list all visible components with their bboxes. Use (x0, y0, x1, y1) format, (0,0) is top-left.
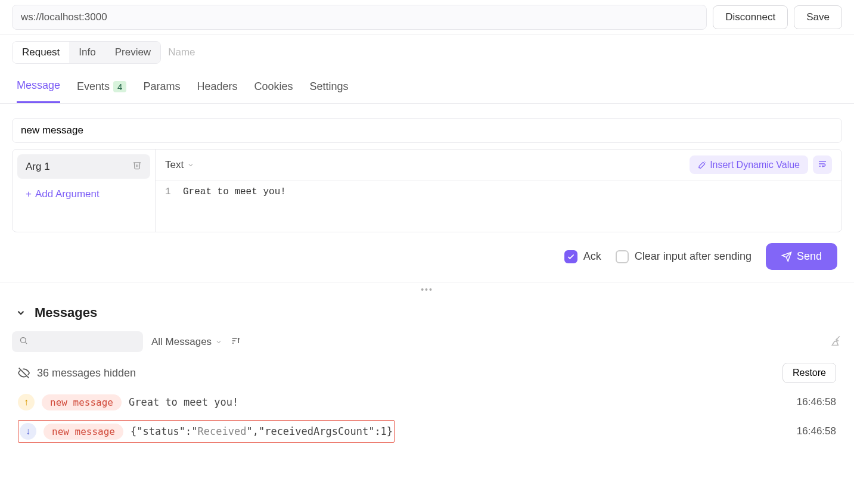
add-argument-button[interactable]: + Add Argument (17, 179, 150, 210)
tab-info[interactable]: Info (69, 42, 105, 63)
highlighted-message: ↓ new message {"status":"Received","rece… (18, 420, 395, 443)
events-count-badge: 4 (113, 81, 126, 92)
editor-right-tools: Insert Dynamic Value (690, 155, 832, 174)
disconnect-button[interactable]: Disconnect (713, 5, 788, 29)
insert-dynamic-label: Insert Dynamic Value (710, 160, 800, 170)
svg-point-4 (21, 338, 26, 343)
clear-input-checkbox[interactable] (616, 250, 629, 263)
code-editor[interactable]: 1 Great to meet you! (156, 180, 841, 232)
chevron-down-icon (187, 161, 194, 169)
outgoing-arrow-icon: ↑ (18, 394, 35, 410)
plus-icon: + (26, 188, 32, 200)
clear-input-label: Clear input after sending (635, 250, 751, 263)
messages-search-input[interactable] (12, 331, 143, 352)
clear-input-checkbox-wrap[interactable]: Clear input after sending (616, 250, 751, 263)
arg-chip[interactable]: Arg 1 (17, 154, 150, 179)
messages-title: Messages (35, 305, 97, 321)
restore-button[interactable]: Restore (782, 363, 836, 383)
body-type-dropdown[interactable]: Text (165, 159, 194, 171)
subtab-settings[interactable]: Settings (310, 79, 349, 103)
chevron-down-icon (215, 338, 222, 346)
subtab-events-label: Events (77, 80, 110, 93)
ack-checkbox-wrap[interactable]: Ack (564, 250, 601, 263)
messages-toolbar: All Messages (0, 329, 854, 357)
send-icon (781, 251, 792, 262)
subtab-params[interactable]: Params (143, 79, 180, 103)
svg-line-5 (25, 342, 27, 344)
ack-checkbox[interactable] (564, 250, 577, 263)
send-button[interactable]: Send (766, 243, 837, 270)
subtab-headers[interactable]: Headers (197, 79, 237, 103)
body-type-label: Text (165, 159, 184, 171)
incoming-arrow-icon: ↓ (20, 423, 36, 440)
sort-button[interactable] (231, 336, 240, 348)
message-timestamp: 16:46:58 (797, 425, 836, 437)
tab-request[interactable]: Request (13, 42, 69, 63)
subtab-events[interactable]: Events 4 (77, 79, 126, 103)
trash-icon[interactable] (132, 160, 142, 173)
code-content: Great to meet you! (183, 186, 286, 226)
request-subtabs: Message Events 4 Params Headers Cookies … (0, 64, 854, 104)
eye-off-icon (18, 367, 30, 379)
composer-block: Arg 1 + Add Argument Text Insert Dynamic… (12, 149, 842, 232)
wrap-lines-button[interactable] (813, 155, 832, 174)
subtab-cookies[interactable]: Cookies (254, 79, 293, 103)
event-name-input[interactable] (12, 118, 842, 143)
connection-header: Disconnect Save (0, 0, 854, 35)
message-row[interactable]: ↑ new message Great to meet you! 16:46:5… (0, 389, 854, 415)
line-number: 1 (165, 186, 183, 226)
subtab-message[interactable]: Message (17, 79, 60, 103)
sort-icon (231, 336, 240, 346)
check-icon (567, 253, 575, 261)
send-label: Send (797, 250, 822, 263)
insert-dynamic-button[interactable]: Insert Dynamic Value (690, 155, 808, 174)
top-tabs-row: Request Info Preview Name (0, 35, 854, 64)
ack-label: Ack (583, 250, 601, 263)
wrap-icon (818, 159, 827, 169)
message-body: {"status":"Received","receivedArgsCount"… (131, 425, 393, 437)
message-timestamp: 16:46:58 (797, 396, 836, 408)
request-name-input[interactable]: Name (168, 46, 195, 58)
messages-filter-dropdown[interactable]: All Messages (151, 336, 222, 348)
send-row: Ack Clear input after sending Send (0, 232, 854, 282)
event-chip: new message (44, 424, 123, 440)
wand-icon (698, 161, 706, 169)
search-icon (19, 336, 28, 345)
args-column: Arg 1 + Add Argument (13, 150, 156, 232)
add-argument-label: Add Argument (35, 188, 100, 200)
hidden-messages-row: 36 messages hidden Restore (0, 357, 854, 389)
tab-preview[interactable]: Preview (105, 42, 160, 63)
messages-header[interactable]: Messages (0, 297, 854, 329)
event-chip: new message (42, 394, 122, 410)
broom-icon (830, 335, 842, 347)
arg-label: Arg 1 (26, 161, 50, 173)
filter-label: All Messages (151, 336, 212, 348)
ws-url-input[interactable] (12, 5, 707, 30)
editor-column: Text Insert Dynamic Value 1 Great to mee… (156, 150, 841, 232)
editor-toolbar: Text Insert Dynamic Value (156, 150, 841, 180)
chevron-down-icon (15, 307, 26, 318)
message-row[interactable]: ↓ new message {"status":"Received","rece… (0, 415, 854, 447)
pane-drag-handle[interactable]: ••• (0, 282, 854, 297)
save-button[interactable]: Save (794, 5, 842, 29)
clear-messages-button[interactable] (830, 335, 842, 349)
top-tab-segment: Request Info Preview (12, 41, 161, 64)
hidden-count-label: 36 messages hidden (37, 367, 136, 379)
message-body: Great to meet you! (129, 396, 238, 408)
